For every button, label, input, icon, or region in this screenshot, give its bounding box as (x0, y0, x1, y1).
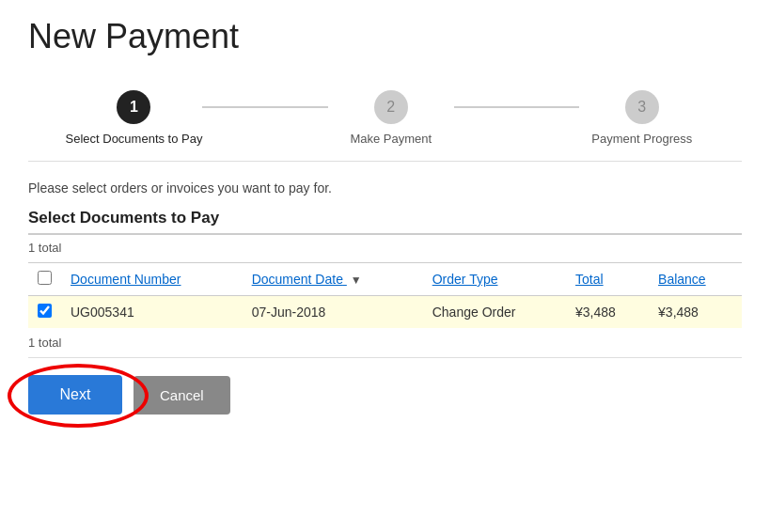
documents-table: Document Number Document Date ▼ Order Ty… (28, 262, 742, 328)
instruction-text: Please select orders or invoices you wan… (28, 180, 742, 196)
header-checkbox-col[interactable] (28, 263, 61, 296)
step-2: 2 Make Payment (328, 90, 454, 146)
step-1: 1 Select Documents to Pay (66, 90, 203, 146)
step-connector-1-2 (202, 106, 328, 108)
stepper-track: 1 Select Documents to Pay 2 Make Payment… (66, 90, 705, 146)
header-document-number[interactable]: Document Number (61, 263, 243, 296)
step-3-label: Payment Progress (591, 132, 692, 146)
total-count-top: 1 total (28, 241, 742, 255)
table-row: UG00534107-Jun-2018Change Order¥3,488¥3,… (28, 296, 742, 329)
row-total: ¥3,488 (566, 296, 649, 329)
page-header: New Payment (0, 0, 770, 73)
sort-arrow-icon: ▼ (351, 274, 362, 287)
step-1-label: Select Documents to Pay (66, 132, 203, 146)
header-total[interactable]: Total (566, 263, 649, 296)
row-order-type: Change Order (423, 296, 566, 329)
row-checkbox-cell[interactable] (28, 296, 61, 329)
row-checkbox[interactable] (38, 304, 52, 318)
select-all-checkbox[interactable] (38, 271, 52, 285)
button-row: Next Cancel (28, 358, 742, 433)
step-connector-2-3 (454, 106, 580, 108)
row-document-date: 07-Jun-2018 (243, 296, 423, 329)
stepper: 1 Select Documents to Pay 2 Make Payment… (0, 73, 770, 155)
cancel-button[interactable]: Cancel (134, 376, 230, 415)
next-button[interactable]: Next (28, 375, 122, 415)
step-3: 3 Payment Progress (579, 90, 705, 146)
step-1-circle: 1 (117, 90, 150, 124)
header-order-type[interactable]: Order Type (423, 263, 566, 296)
header-balance[interactable]: Balance (649, 263, 742, 296)
header-divider (28, 161, 742, 162)
section-title: Select Documents to Pay (28, 209, 742, 235)
main-content: Please select orders or invoices you wan… (0, 173, 770, 433)
step-2-circle: 2 (374, 90, 408, 124)
page-title: New Payment (28, 17, 742, 56)
step-3-circle: 3 (625, 90, 659, 124)
table-header-row: Document Number Document Date ▼ Order Ty… (28, 263, 742, 296)
row-document-number: UG005341 (61, 296, 243, 329)
header-document-date[interactable]: Document Date ▼ (243, 263, 423, 296)
step-2-label: Make Payment (350, 132, 432, 146)
row-balance: ¥3,488 (649, 296, 742, 329)
total-count-bottom: 1 total (28, 336, 742, 358)
